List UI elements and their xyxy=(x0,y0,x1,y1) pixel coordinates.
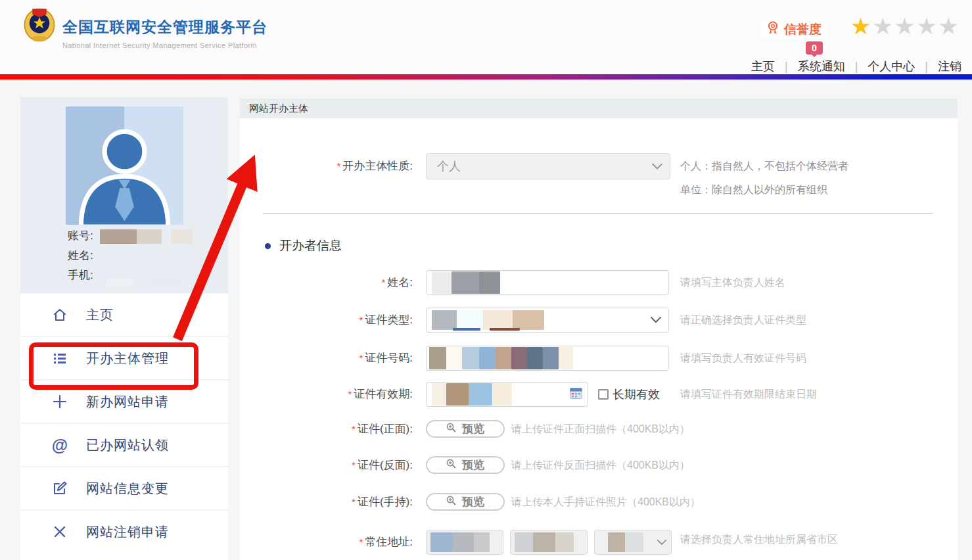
name-input[interactable] xyxy=(426,270,669,295)
redacted-value xyxy=(453,532,474,552)
calendar-icon[interactable] xyxy=(570,387,582,402)
id-hold-hint: 请上传本人手持证件照片（400KB以内） xyxy=(511,493,701,511)
star-icon: ★ xyxy=(850,13,872,39)
sidebar-item-label: 网站注销申请 xyxy=(86,523,169,541)
phone-row: 手机: xyxy=(68,266,193,285)
user-panel: 账号: 姓名: 手机: xyxy=(20,97,228,292)
redacted-value xyxy=(483,310,513,330)
id-front-field-label: 证件(正面): xyxy=(358,423,413,435)
address-city-select[interactable] xyxy=(510,530,588,555)
redacted-value xyxy=(137,229,162,244)
required-mark: * xyxy=(352,459,356,471)
redacted-value xyxy=(474,532,490,552)
preview-button-label: 预览 xyxy=(462,421,484,436)
notification-count-badge: 0 xyxy=(806,41,823,55)
required-mark: * xyxy=(359,536,363,548)
star-icon: ★ xyxy=(894,13,916,39)
redacted-value xyxy=(446,347,462,369)
close-icon xyxy=(51,523,68,540)
id-back-field-label: 证件(反面): xyxy=(358,459,413,471)
address-hint: 请选择负责人常住地址所属省市区 xyxy=(680,530,838,549)
id-front-hint: 请上传证件正面扫描件（400KB以内） xyxy=(511,420,690,438)
nav-separator: | xyxy=(855,60,858,74)
sidebar-item-subject-management[interactable]: 开办主体管理 xyxy=(20,336,228,379)
required-mark: * xyxy=(359,314,363,325)
redacted-value xyxy=(469,383,492,406)
name-field-label: 姓名: xyxy=(387,276,413,289)
sidebar-item-website-cancellation[interactable]: 网站注销申请 xyxy=(20,509,228,553)
sidebar-item-label: 网站信息变更 xyxy=(86,480,169,498)
home-icon xyxy=(51,306,68,323)
section-bullet-icon xyxy=(265,243,271,249)
medal-icon xyxy=(766,20,779,39)
chevron-down-icon xyxy=(651,314,661,326)
sidebar-item-home[interactable]: 主页 xyxy=(20,292,228,336)
subject-nature-value: 个人 xyxy=(437,158,461,174)
name-hint: 请填写主体负责人姓名 xyxy=(680,270,785,295)
redacted-value xyxy=(432,271,451,294)
top-nav: 主页 | 系统通知 | 个人中心 | 注销 xyxy=(751,58,961,74)
redacted-value xyxy=(151,278,181,286)
brand: 全国互联网安全管理服务平台 National Internet Security… xyxy=(62,17,267,49)
subject-nature-select[interactable]: 个人 xyxy=(426,153,670,179)
section-title: 开办者信息 xyxy=(279,237,342,254)
id-type-select[interactable] xyxy=(426,308,669,333)
sidebar-item-label: 开办主体管理 xyxy=(86,350,169,367)
redacted-value xyxy=(543,347,559,369)
preview-hold-button[interactable]: 预览 xyxy=(426,493,505,511)
preview-button-label: 预览 xyxy=(462,494,484,509)
nav-home[interactable]: 主页 xyxy=(751,58,775,74)
redacted-value xyxy=(432,383,446,406)
id-back-hint: 请上传证件反面扫描件（400KB以内） xyxy=(511,456,690,474)
redacted-value xyxy=(496,347,511,369)
sidebar: 账号: 姓名: 手机: 主页 xyxy=(20,97,228,560)
redacted-value xyxy=(608,532,625,552)
list-icon xyxy=(51,350,68,367)
sidebar-item-claim-existing-website[interactable]: @ 已办网站认领 xyxy=(20,423,228,466)
phone-label: 手机: xyxy=(68,269,93,281)
sidebar-item-website-info-change[interactable]: 网站信息变更 xyxy=(20,466,228,509)
id-number-field-row: *证件号码: 请填写负责人有效证件号码 xyxy=(240,346,958,371)
magnifier-icon xyxy=(446,496,456,509)
sidebar-item-label: 主页 xyxy=(86,306,114,324)
redacted-value xyxy=(526,347,543,369)
id-front-field-row: *证件(正面): 预览 请上传证件正面扫描件（400KB以内） xyxy=(240,420,958,438)
id-number-input[interactable] xyxy=(426,346,669,371)
nav-personal-center[interactable]: 个人中心 xyxy=(868,58,915,74)
header-gradient-divider xyxy=(0,74,972,80)
nav-separator: | xyxy=(925,60,928,74)
magnifier-icon xyxy=(446,423,456,436)
required-mark: * xyxy=(381,277,385,288)
help-individual: 个人：指自然人，不包括个体经营者 xyxy=(680,154,848,178)
redacted-value xyxy=(446,383,469,406)
id-hold-field-row: *证件(手持): 预览 请上传本人手持证件照片（400KB以内） xyxy=(240,493,958,511)
id-validity-field-row: *证件有效期: 长期有效 请填写证件有效期限结束日期 xyxy=(240,382,958,407)
star-icon: ★ xyxy=(872,13,894,39)
redacted-value xyxy=(515,532,533,552)
sidebar-menu: 主页 开办主体管理 新办网站申请 @ xyxy=(20,292,228,560)
long-term-checkbox[interactable] xyxy=(598,389,609,400)
chevron-down-icon xyxy=(657,536,666,548)
redacted-value xyxy=(559,347,573,369)
account-label: 账号: xyxy=(68,229,93,242)
panel-title: 网站开办主体 xyxy=(249,103,308,114)
user-info: 账号: 姓名: 手机: xyxy=(68,226,193,285)
address-district-select[interactable] xyxy=(594,530,672,555)
nav-logout[interactable]: 注销 xyxy=(938,58,961,74)
redacted-value xyxy=(462,347,479,369)
id-number-field-label: 证件号码: xyxy=(365,352,413,364)
police-badge-logo-icon xyxy=(22,5,57,43)
redacted-value xyxy=(432,310,457,330)
preview-back-button[interactable]: 预览 xyxy=(426,456,505,474)
address-province-select[interactable] xyxy=(426,530,503,555)
redacted-value xyxy=(490,328,520,331)
subject-nature-row: *开办主体性质: 个人 个人：指自然人，不包括个体经营者 单位：除自然人以外的所… xyxy=(240,153,958,203)
name-row: 姓名: xyxy=(68,246,193,266)
required-mark: * xyxy=(336,160,340,172)
page: 全国互联网安全管理服务平台 National Internet Security… xyxy=(0,0,972,560)
nav-system-notices[interactable]: 系统通知 xyxy=(798,58,845,74)
id-validity-input[interactable] xyxy=(426,382,588,407)
preview-front-button[interactable]: 预览 xyxy=(426,420,505,438)
preview-button-label: 预览 xyxy=(462,457,484,473)
sidebar-item-new-website-application[interactable]: 新办网站申请 xyxy=(20,379,228,423)
